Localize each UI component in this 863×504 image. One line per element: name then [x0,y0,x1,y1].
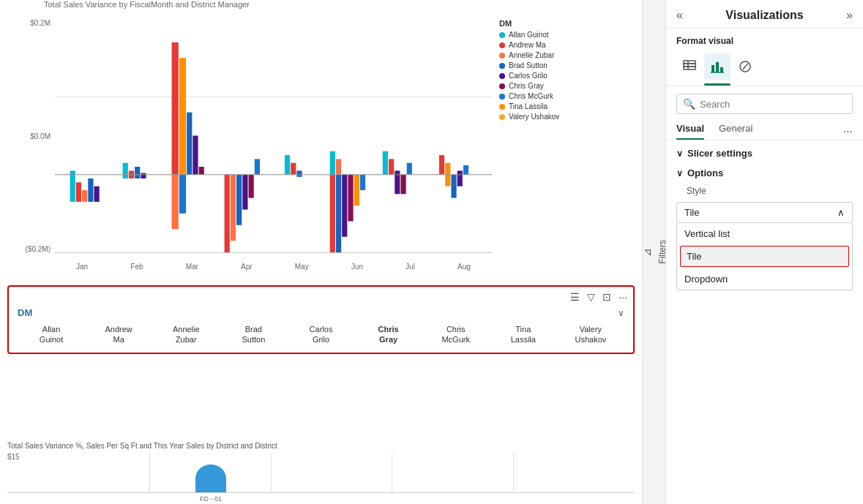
legend-label-1: Andrew Ma [509,41,546,49]
tab-general[interactable]: General [719,123,752,140]
style-label: Style [676,183,853,199]
slicer-item-3[interactable]: BradSutton [220,324,287,345]
svg-rect-6 [94,187,100,202]
svg-rect-31 [354,175,359,206]
x-label-feb: Feb [130,263,143,271]
slicer-item-1[interactable]: AndrewMa [85,324,152,345]
y-label-top: $0.2M [30,19,55,27]
chart-legend: DM Allan Guinot Andrew Ma Annelie Zubar … [499,19,635,123]
legend-item-6: Chris McGurk [499,92,635,100]
legend-dot-8 [499,114,505,120]
expand-right-arrow[interactable]: » [846,9,853,22]
svg-rect-16 [172,175,179,229]
legend-dot-4 [499,73,505,79]
slicer-settings-header[interactable]: ∨ Slicer settings [666,140,863,163]
svg-rect-3 [76,182,81,202]
svg-rect-36 [389,159,394,174]
svg-rect-42 [451,175,456,198]
x-label-jan: Jan [76,263,88,271]
slicer-item-0[interactable]: AllanGuinot [18,324,85,345]
table-icon [682,59,697,74]
legend-title: DM [499,19,635,28]
slicer-more-icon[interactable]: ··· [619,291,627,303]
svg-rect-34 [336,159,341,174]
bottom-x-label-4 [392,495,513,503]
svg-rect-30 [348,175,353,222]
slicer-item-8[interactable]: ValeryUshakov [557,324,624,345]
svg-rect-29 [342,175,347,237]
x-label-may: May [295,263,309,271]
svg-rect-28 [336,175,341,252]
legend-item-1: Andrew Ma [499,41,635,49]
search-input[interactable] [700,99,846,110]
bottom-x-label-2: FD - 01 [150,495,271,503]
dropdown-option-tile[interactable]: Tile [680,246,849,267]
tab-visual[interactable]: Visual [676,123,704,140]
svg-rect-40 [439,155,444,175]
legend-dot-7 [499,104,505,110]
slicer-menu-icon[interactable]: ☰ [570,291,580,303]
bottom-x-label-5 [514,495,635,503]
legend-label-8: Valery Ushakov [509,113,559,121]
legend-label-7: Tina Lassila [509,102,548,110]
svg-rect-32 [360,175,365,190]
slicer-panel: ☰ ▽ ⊡ ··· DM ∨ AllanGuinot AndrewMa Anne… [7,285,635,354]
panel-title: Visualizations [725,9,803,22]
y-label-bot: ($0.2M) [26,245,55,253]
bottom-col-4 [515,453,635,492]
svg-rect-9 [135,167,140,178]
svg-rect-15 [199,167,204,175]
bar-format-button[interactable] [704,53,731,80]
slicer-settings-label: Slicer settings [687,148,752,159]
bottom-chart-title: Total Sales Variance %, Sales Per Sq Ft … [7,442,635,450]
svg-rect-27 [330,175,335,252]
dropdown-option-vertical-list[interactable]: Vertical list [677,223,852,244]
legend-item-0: Allan Guinot [499,31,635,39]
analytics-format-button[interactable] [732,53,758,80]
svg-rect-2 [70,170,75,202]
options-chevron: ∨ [676,168,683,178]
legend-item-8: Valery Ushakov [499,113,635,121]
x-label-aug: Aug [457,263,471,271]
slicer-item-7[interactable]: TinaLassila [490,324,557,345]
legend-label-6: Chris McGurk [509,92,553,100]
tab-more-icon[interactable]: ··· [843,125,853,138]
slicer-item-6[interactable]: ChrisMcGurk [422,324,490,345]
slicer-item-5[interactable]: ChrisGray [355,324,422,345]
style-dropdown[interactable]: Tile ∧ Vertical list Tile Dropdown [676,202,853,223]
legend-item-2: Annelie Zubar [499,51,635,59]
bottom-col-0 [29,453,150,492]
filter-funnel-icon: ⊿ [641,248,653,257]
legend-dot-5 [499,83,505,89]
svg-rect-38 [400,175,406,195]
svg-rect-13 [187,113,192,175]
x-label-mar: Mar [186,263,198,271]
search-icon: 🔍 [683,98,695,110]
legend-dot-3 [499,63,505,69]
slicer-dm-chevron[interactable]: ∨ [618,308,624,318]
slicer-item-4[interactable]: CarlosGrilo [287,324,354,345]
legend-item-4: Carlos Grilo [499,72,635,80]
legend-dot-6 [499,94,505,99]
dropdown-chevron-up: ∧ [837,207,845,218]
dropdown-option-dropdown[interactable]: Dropdown [677,268,852,290]
filters-panel[interactable]: ⊿ Filters [642,0,665,504]
x-label-apr: Apr [241,263,253,271]
options-header[interactable]: ∨ Options [676,163,853,183]
chart-title: Total Sales Variance by FiscalMonth and … [0,0,642,9]
slicer-expand-icon[interactable]: ⊡ [602,291,611,303]
svg-rect-12 [179,58,186,175]
slicer-item-2[interactable]: AnnelieZubar [152,324,220,345]
svg-rect-43 [457,170,463,186]
legend-item-7: Tina Lassila [499,102,635,110]
dropdown-trigger[interactable]: Tile ∧ [676,202,853,223]
table-format-button[interactable] [676,53,703,80]
bottom-col-2 [272,453,393,492]
slicer-filter-icon[interactable]: ▽ [587,291,595,303]
svg-rect-14 [193,136,198,175]
svg-rect-51 [716,62,719,72]
legend-item-5: Chris Gray [499,82,635,90]
collapse-left-arrow[interactable]: « [676,9,683,22]
bottom-chart: Total Sales Variance %, Sales Per Sq Ft … [7,442,635,504]
legend-label-4: Carlos Grilo [509,72,548,80]
